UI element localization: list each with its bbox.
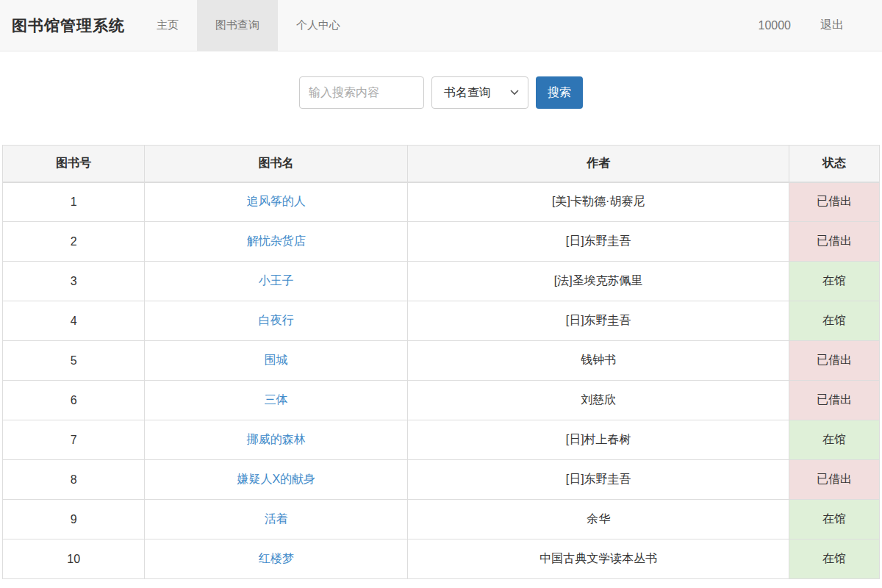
table-row: 9活着余华在馆 — [3, 500, 880, 539]
column-header: 图书号 — [3, 146, 145, 182]
book-title-cell: 红楼梦 — [145, 539, 408, 579]
main-nav: 主页图书查询个人中心 — [138, 0, 359, 51]
book-author-cell: [法]圣埃克苏佩里 — [408, 262, 789, 301]
book-title-cell: 小王子 — [145, 262, 408, 301]
book-author-cell: [日]东野圭吾 — [408, 301, 789, 341]
column-header: 作者 — [408, 146, 789, 182]
book-title-cell: 解忧杂货店 — [145, 222, 408, 262]
book-title-link[interactable]: 追风筝的人 — [247, 195, 306, 207]
status-badge: 在馆 — [789, 539, 880, 579]
book-author-cell: [日]东野圭吾 — [408, 222, 789, 262]
book-id-cell: 4 — [3, 301, 145, 341]
table-row: 8嫌疑人X的献身[日]东野圭吾已借出 — [3, 460, 880, 500]
column-header: 图书名 — [145, 146, 408, 182]
book-id-cell: 9 — [3, 500, 145, 539]
book-title-link[interactable]: 挪威的森林 — [247, 433, 306, 445]
book-id-cell: 2 — [3, 222, 145, 262]
status-badge: 在馆 — [789, 500, 880, 539]
status-badge: 已借出 — [789, 341, 880, 381]
book-title-link[interactable]: 围城 — [265, 354, 288, 366]
logout-link[interactable]: 退出 — [806, 18, 858, 33]
table-row: 2解忧杂货店[日]东野圭吾已借出 — [3, 222, 880, 262]
book-author-cell: [日]村上春树 — [408, 420, 789, 460]
book-id-cell: 3 — [3, 262, 145, 301]
book-author-cell: 刘慈欣 — [408, 381, 789, 420]
book-title-cell: 挪威的森林 — [145, 420, 408, 460]
book-title-link[interactable]: 白夜行 — [259, 314, 294, 326]
nav-right: 10000 退出 — [744, 0, 882, 51]
book-id-cell: 5 — [3, 341, 145, 381]
table-row: 4白夜行[日]东野圭吾在馆 — [3, 301, 880, 341]
book-title-cell: 活着 — [145, 500, 408, 539]
table-row: 6三体刘慈欣已借出 — [3, 381, 880, 420]
table-header-row: 图书号图书名作者状态 — [3, 146, 880, 182]
nav-spacer — [359, 0, 744, 51]
status-badge: 已借出 — [789, 182, 880, 222]
table-row: 3小王子[法]圣埃克苏佩里在馆 — [3, 262, 880, 301]
table-row: 10红楼梦中国古典文学读本丛书在馆 — [3, 539, 880, 579]
book-author-cell: [日]东野圭吾 — [408, 460, 789, 500]
book-title-link[interactable]: 红楼梦 — [259, 552, 294, 564]
book-id-cell: 7 — [3, 420, 145, 460]
book-title-cell: 白夜行 — [145, 301, 408, 341]
book-id-cell: 6 — [3, 381, 145, 420]
nav-item-0[interactable]: 主页 — [138, 0, 197, 51]
book-title-link[interactable]: 三体 — [265, 393, 288, 406]
user-id-link[interactable]: 10000 — [744, 19, 806, 32]
status-badge: 在馆 — [789, 262, 880, 301]
book-author-cell: 中国古典文学读本丛书 — [408, 539, 789, 579]
table-row: 5围城钱钟书已借出 — [3, 341, 880, 381]
status-badge: 在馆 — [789, 420, 880, 460]
book-id-cell: 8 — [3, 460, 145, 500]
book-author-cell: [美]卡勒德·胡赛尼 — [408, 182, 789, 222]
table-row: 7挪威的森林[日]村上春树在馆 — [3, 420, 880, 460]
book-title-link[interactable]: 活着 — [265, 512, 288, 525]
status-badge: 已借出 — [789, 381, 880, 420]
book-title-cell: 嫌疑人X的献身 — [145, 460, 408, 500]
status-badge: 已借出 — [789, 222, 880, 262]
nav-item-2[interactable]: 个人中心 — [278, 0, 359, 51]
table-body: 1追风筝的人[美]卡勒德·胡赛尼已借出2解忧杂货店[日]东野圭吾已借出3小王子[… — [3, 182, 880, 579]
search-bar: 书名查询 搜索 — [0, 76, 882, 109]
book-title-link[interactable]: 解忧杂货店 — [247, 234, 306, 247]
status-badge: 已借出 — [789, 460, 880, 500]
book-author-cell: 余华 — [408, 500, 789, 539]
book-title-link[interactable]: 小王子 — [259, 274, 294, 287]
search-type-select[interactable]: 书名查询 — [431, 76, 528, 109]
table-row: 1追风筝的人[美]卡勒德·胡赛尼已借出 — [3, 182, 880, 222]
book-title-cell: 追风筝的人 — [145, 182, 408, 222]
top-navbar: 图书馆管理系统 主页图书查询个人中心 10000 退出 — [0, 0, 882, 51]
search-type-value: 书名查询 — [444, 85, 491, 101]
column-header: 状态 — [789, 146, 880, 182]
book-title-link[interactable]: 嫌疑人X的献身 — [237, 473, 315, 485]
status-badge: 在馆 — [789, 301, 880, 341]
app-title: 图书馆管理系统 — [0, 0, 138, 51]
chevron-down-icon — [510, 90, 519, 96]
books-table: 图书号图书名作者状态 1追风筝的人[美]卡勒德·胡赛尼已借出2解忧杂货店[日]东… — [2, 145, 880, 579]
search-button[interactable]: 搜索 — [536, 76, 583, 109]
nav-item-1[interactable]: 图书查询 — [197, 0, 278, 51]
book-author-cell: 钱钟书 — [408, 341, 789, 381]
book-title-cell: 围城 — [145, 341, 408, 381]
book-id-cell: 10 — [3, 539, 145, 579]
search-input[interactable] — [299, 76, 424, 109]
book-title-cell: 三体 — [145, 381, 408, 420]
book-id-cell: 1 — [3, 182, 145, 222]
